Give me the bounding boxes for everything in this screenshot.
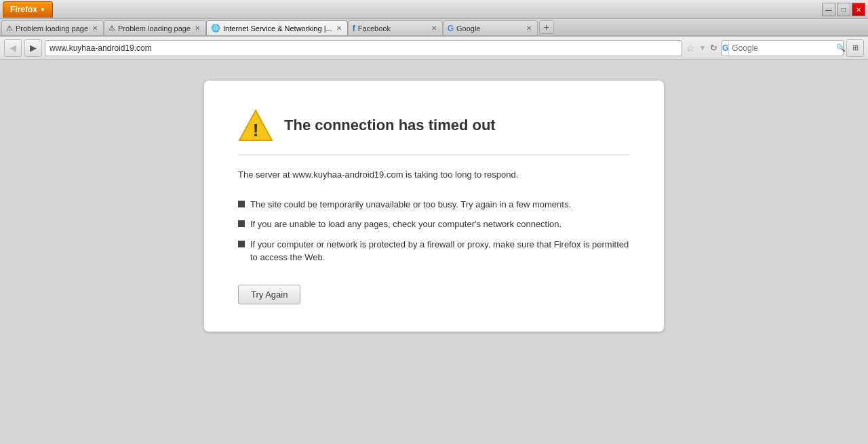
address-bar[interactable]	[45, 40, 682, 56]
error-bullet-list: The site could be temporarily unavailabl…	[238, 198, 630, 264]
tab-globe-icon-3: 🌐	[211, 24, 220, 33]
tab-google[interactable]: G Google ✕	[443, 20, 538, 35]
try-again-button[interactable]: Try Again	[238, 285, 300, 304]
back-button[interactable]: ◀	[4, 39, 22, 57]
tab-problem-loading-2[interactable]: ⚠ Problem loading page ✕	[104, 20, 206, 35]
tab-internet-service[interactable]: 🌐 Internet Service & Networking |... ✕	[206, 20, 348, 35]
tab-close-2[interactable]: ✕	[193, 24, 201, 33]
tab-label-1: Problem loading page	[16, 24, 88, 33]
bookmark-dropdown-icon[interactable]: ▼	[698, 43, 707, 53]
tab-close-4[interactable]: ✕	[430, 24, 438, 33]
tab-close-3[interactable]: ✕	[335, 24, 343, 33]
tab-label-2: Problem loading page	[118, 24, 191, 33]
nav-icons-group: ☆ ▼ ↻	[685, 41, 719, 55]
svg-text:!: !	[253, 120, 259, 140]
tab-google-icon: G	[448, 24, 454, 33]
tab-facebook-icon: f	[353, 24, 355, 33]
bookmark-star-icon[interactable]: ☆	[685, 41, 696, 55]
window-controls: — □ ✕	[822, 3, 865, 16]
list-item: If you are unable to load any pages, che…	[238, 218, 630, 231]
forward-button[interactable]: ▶	[24, 39, 42, 57]
tab-warning-icon-1: ⚠	[6, 24, 13, 33]
bullet-icon-1	[238, 201, 245, 207]
tab-close-5[interactable]: ✕	[525, 24, 533, 33]
title-bar: Firefox ▼ — □ ✕	[0, 0, 868, 19]
search-bar: G 🔍	[722, 40, 844, 56]
bookmarks-button[interactable]: ⊞	[846, 39, 864, 57]
tab-label-4: Facebook	[358, 24, 427, 33]
firefox-dropdown-arrow: ▼	[40, 7, 45, 13]
error-box: ! The connection has timed out The serve…	[203, 80, 665, 332]
tab-label-5: Google	[456, 24, 522, 33]
error-description: The server at www.kuyhaa-android19.com i…	[238, 168, 630, 182]
tab-problem-loading-1[interactable]: ⚠ Problem loading page ✕	[1, 20, 104, 35]
list-item: The site could be temporarily unavailabl…	[238, 198, 630, 211]
error-header: ! The connection has timed out	[238, 108, 630, 155]
new-tab-button[interactable]: +	[539, 20, 554, 34]
tab-warning-icon-2: ⚠	[108, 24, 115, 33]
maximize-button[interactable]: □	[837, 3, 850, 16]
bullet-icon-2	[238, 220, 245, 227]
search-go-button[interactable]: 🔍	[836, 41, 846, 56]
bullet-text-2: If you are unable to load any pages, che…	[250, 218, 561, 231]
nav-bar: ◀ ▶ ☆ ▼ ↻ G 🔍 ⊞	[0, 37, 868, 60]
tab-label-3: Internet Service & Networking |...	[223, 24, 332, 33]
bullet-text-3: If your computer or network is protected…	[250, 238, 630, 264]
search-engine-label: G	[722, 43, 728, 53]
refresh-button[interactable]: ↻	[709, 41, 719, 54]
page-content: ! The connection has timed out The serve…	[0, 60, 868, 444]
firefox-label: Firefox	[10, 5, 37, 14]
firefox-menu-button[interactable]: Firefox ▼	[3, 1, 53, 18]
tab-close-1[interactable]: ✕	[91, 24, 99, 33]
list-item: If your computer or network is protected…	[238, 238, 630, 264]
bullet-text-1: The site could be temporarily unavailabl…	[250, 198, 571, 211]
error-title: The connection has timed out	[284, 117, 496, 134]
search-engine-selector[interactable]: G	[722, 41, 729, 56]
tab-facebook[interactable]: f Facebook ✕	[348, 20, 443, 35]
bullet-icon-3	[238, 241, 245, 247]
close-button[interactable]: ✕	[852, 3, 865, 16]
warning-triangle-icon: !	[238, 108, 273, 143]
tabs-bar: ⚠ Problem loading page ✕ ⚠ Problem loadi…	[0, 19, 868, 37]
search-input[interactable]	[729, 43, 836, 53]
minimize-button[interactable]: —	[822, 3, 835, 16]
